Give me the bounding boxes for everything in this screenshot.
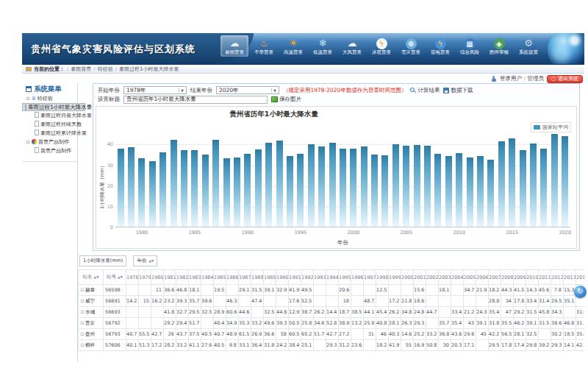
col-header-year[interactable]: 1997 — [364, 270, 376, 285]
col-header-year[interactable]: 1993 — [314, 270, 326, 285]
col-header-year[interactable]: 1982 — [176, 270, 189, 285]
col-header-year[interactable]: 2012 — [551, 270, 564, 285]
col-header-year[interactable]: 2013 — [564, 270, 576, 285]
col-header-year[interactable]: 1987 — [239, 270, 251, 285]
start-year-select[interactable]: 1978年▼ — [123, 86, 187, 94]
tree-group[interactable]: ⊙≣特征值 — [22, 94, 77, 103]
col-header-year[interactable]: 1998 — [376, 270, 389, 285]
tree-item[interactable]: 暴雨过程持续天数 — [22, 120, 77, 129]
radio-icon[interactable]: ⊙ — [80, 331, 85, 337]
col-header-year[interactable]: 1984 — [201, 270, 214, 285]
value-cell: 18 — [339, 296, 351, 307]
col-header-year[interactable]: 1992 — [301, 270, 314, 285]
value-cell — [439, 307, 451, 318]
tree-group[interactable]: ⊙普查产品制作 — [22, 138, 77, 146]
col-header-year[interactable]: 1988 — [251, 270, 264, 285]
col-header-year[interactable]: 2009 — [514, 270, 526, 285]
radio-icon[interactable]: ⊙ — [80, 320, 85, 326]
value-cell — [389, 285, 401, 296]
value-cell — [326, 296, 339, 307]
col-header-year[interactable]: 1994 — [326, 270, 339, 285]
tree-item[interactable]: 普查产品制作 — [22, 146, 77, 155]
nav-item-hail[interactable]: ϟ冰雹普查 — [368, 35, 395, 57]
table-row: ⊙威宁5669114.21516.223.239.335.739.646.347… — [79, 296, 585, 307]
col-header-station[interactable]: 站名 ▲▼ — [79, 270, 104, 285]
col-header-year[interactable]: 1983 — [189, 270, 201, 285]
col-header-year[interactable]: 1996 — [351, 270, 364, 285]
station-name-cell[interactable]: ⊙威宁 — [79, 296, 104, 307]
breadcrumb-item[interactable]: 暴雨过程1小时最大降水量 — [119, 66, 179, 72]
col-header-year[interactable]: 2002 — [426, 270, 439, 285]
radio-icon[interactable]: ⊙ — [80, 298, 85, 304]
col-header-year[interactable]: 2014 — [576, 270, 585, 285]
nav-item-rainstorm[interactable]: ☁暴雨普查 — [220, 35, 248, 57]
col-header-year[interactable]: 1979 — [139, 270, 151, 285]
col-header-year[interactable]: 1980 — [151, 270, 164, 285]
station-name-cell[interactable]: ⊙桐梓 — [79, 340, 104, 351]
chart-title-input[interactable] — [123, 96, 268, 104]
station-name-cell[interactable]: ⊙水城 — [79, 307, 104, 318]
col-header-year[interactable]: 1981 — [164, 270, 176, 285]
plot-area: 0102030401980198519901995200020052010201… — [115, 133, 570, 227]
breadcrumb-item[interactable]: 特征值 — [98, 66, 113, 72]
nav-item-lightning[interactable]: ϟ雷电普查 — [426, 35, 454, 57]
bar — [551, 134, 558, 227]
col-header-year[interactable]: 1978 — [126, 270, 139, 285]
chart-legend[interactable]: 国家站平均 — [531, 122, 571, 132]
nav-item-map-audit[interactable]: ◈图件审核 — [485, 35, 513, 57]
col-header-year[interactable]: 1986 — [226, 270, 239, 285]
station-name-cell[interactable]: ⊙赫章 — [79, 285, 104, 296]
bar — [234, 158, 240, 227]
col-header-year[interactable]: 2011 — [539, 270, 551, 285]
col-header-id[interactable]: 站号 ▲▼ — [104, 270, 126, 285]
col-header-year[interactable]: 1991 — [289, 270, 301, 285]
radio-icon[interactable]: ⊙ — [80, 287, 85, 293]
col-header-year[interactable]: 1999 — [389, 270, 401, 285]
tree-item[interactable]: 暴雨过程日最大降水量 — [22, 111, 77, 120]
radio-icon[interactable]: ⊙ — [80, 342, 85, 348]
unit-filter-box[interactable]: 1小时降水量(mm) — [79, 255, 126, 266]
value-cell: 15 — [139, 296, 151, 307]
col-header-year[interactable]: 2001 — [414, 270, 426, 285]
calculate-button[interactable]: 计算结果 — [410, 87, 440, 94]
palette-icon — [32, 139, 37, 144]
nav-item-settings[interactable]: ⚙系统设置 — [514, 35, 542, 57]
tree-item[interactable]: 暴雨过程累计降水量 — [22, 129, 77, 138]
end-year-select[interactable]: 2020年▼ — [216, 86, 279, 94]
value-cell: 25.9 — [364, 318, 376, 329]
year-sort-box[interactable]: 年份▲▼ — [133, 255, 157, 266]
col-header-year[interactable]: 2008 — [501, 270, 514, 285]
nav-item-wind[interactable]: ☁大风普查 — [338, 35, 366, 57]
col-header-year[interactable]: 2000 — [401, 270, 414, 285]
col-header-year[interactable]: 1990 — [276, 270, 289, 285]
nav-item-snow[interactable]: ❆雪灾普查 — [397, 35, 425, 57]
logout-button[interactable]: ○退出系统 — [547, 75, 583, 83]
col-header-year[interactable]: 2003 — [439, 270, 451, 285]
station-name-cell[interactable]: ⊙普安 — [79, 318, 104, 329]
col-header-year[interactable]: 2007 — [489, 270, 501, 285]
tree-item[interactable]: 暴雨过程1小时最大降水量 — [22, 103, 85, 111]
value-cell: 29.5 — [489, 340, 501, 351]
col-header-year[interactable]: 1995 — [339, 270, 351, 285]
nav-item-heat[interactable]: ☀高温普查 — [279, 35, 307, 57]
value-cell: 28.9 — [214, 307, 226, 318]
station-name-cell[interactable]: ⊙盘州 — [79, 329, 104, 340]
breadcrumb: 当前的位置：/暴雨普查/特征值/暴雨过程1小时最大降水量 — [22, 65, 584, 74]
breadcrumb-item[interactable]: 暴雨普查 — [71, 66, 91, 72]
radio-icon[interactable]: ⊙ — [80, 309, 85, 315]
col-header-year[interactable]: 2010 — [526, 270, 539, 285]
nav-item-cold[interactable]: ❄低温普查 — [309, 35, 337, 57]
col-header-year[interactable]: 2005 — [464, 270, 476, 285]
nav-item-drought[interactable]: ♨干旱普查 — [250, 35, 278, 57]
value-cell: 41.5 — [514, 285, 526, 296]
col-header-year[interactable]: 2004 — [451, 270, 464, 285]
nav-item-composite-risk[interactable]: ▦综合风险 — [456, 35, 484, 57]
refresh-float-button[interactable]: ↻ — [574, 286, 587, 298]
bar-slot — [454, 153, 465, 227]
download-button[interactable]: 数据下载 — [443, 87, 473, 94]
save-image-button[interactable]: 保存图片 — [271, 96, 301, 103]
col-header-year[interactable]: 1985 — [214, 270, 226, 285]
col-header-year[interactable]: 2006 — [476, 270, 489, 285]
value-cell: 18.6 — [414, 296, 426, 307]
col-header-year[interactable]: 1989 — [264, 270, 276, 285]
